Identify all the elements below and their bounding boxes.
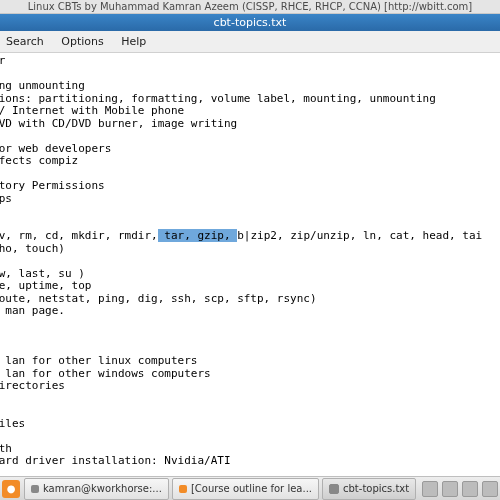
editor-icon: [329, 484, 339, 494]
terminal-icon: [31, 485, 39, 493]
document-title: cbt-topics.txt: [0, 14, 500, 31]
task-label: [Course outline for lea...: [191, 483, 312, 494]
task-terminal[interactable]: kamran@kworkhorse:...: [24, 478, 169, 500]
menu-options[interactable]: Options: [61, 35, 103, 48]
menubar: Search Options Help: [0, 31, 500, 53]
text-selection: tar, gzip,: [158, 229, 237, 242]
task-editor-active[interactable]: cbt-topics.txt: [322, 478, 416, 500]
menu-help[interactable]: Help: [121, 35, 146, 48]
task-label: cbt-topics.txt: [343, 483, 409, 494]
firefox-icon: [179, 485, 187, 493]
system-tray: [422, 481, 498, 497]
menu-search[interactable]: Search: [6, 35, 44, 48]
outer-window-title: Linux CBTs by Muhammad Kamran Azeem (CIS…: [0, 0, 500, 14]
network-icon[interactable]: [442, 481, 458, 497]
volume-icon[interactable]: [462, 481, 478, 497]
editor-text[interactable]: Package Manager 4) Anti virus 5) Disk mo…: [0, 55, 482, 476]
taskbar: ● kamran@kworkhorse:... [Course outline …: [0, 476, 500, 500]
text-editor[interactable]: Package Manager 4) Anti virus 5) Disk mo…: [0, 53, 500, 476]
tray-icon[interactable]: [482, 481, 498, 497]
task-browser[interactable]: [Course outline for lea...: [172, 478, 319, 500]
firefox-icon[interactable]: ●: [2, 480, 20, 498]
task-label: kamran@kworkhorse:...: [43, 483, 162, 494]
tray-icon[interactable]: [422, 481, 438, 497]
